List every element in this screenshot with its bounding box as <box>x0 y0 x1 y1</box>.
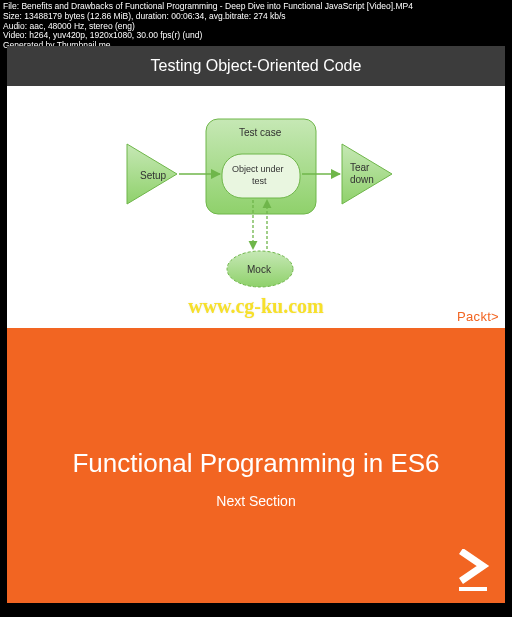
node-setup: Setup <box>127 144 177 204</box>
next-section-title: Functional Programming in ES6 <box>7 328 505 479</box>
label-tear-down-2: down <box>350 174 374 185</box>
node-tear-down: Tear down <box>342 144 392 204</box>
next-section-subtitle: Next Section <box>7 479 505 509</box>
next-section-panel: Functional Programming in ES6 Next Secti… <box>7 328 505 603</box>
packt-logo: Packt> <box>457 309 499 324</box>
label-mock: Mock <box>247 264 272 275</box>
chevron-right-icon <box>455 549 495 595</box>
label-out-2: test <box>252 176 267 186</box>
label-tear-down-1: Tear <box>350 162 370 173</box>
node-mock: Mock <box>227 251 293 287</box>
node-object-under-test: Object under test <box>222 154 300 198</box>
slide-title: Testing Object-Oriented Code <box>151 57 362 74</box>
video-frame: Testing Object-Oriented Code Setup <box>7 46 505 603</box>
diagram-area: Setup Tear down Test case Object under t… <box>7 86 505 328</box>
flow-diagram: Setup Tear down Test case Object under t… <box>7 86 505 328</box>
watermark-text: www.cg-ku.com <box>188 295 324 318</box>
label-out-1: Object under <box>232 164 284 174</box>
label-test-case: Test case <box>239 127 282 138</box>
slide-title-bar: Testing Object-Oriented Code <box>7 46 505 86</box>
label-setup: Setup <box>140 170 167 181</box>
